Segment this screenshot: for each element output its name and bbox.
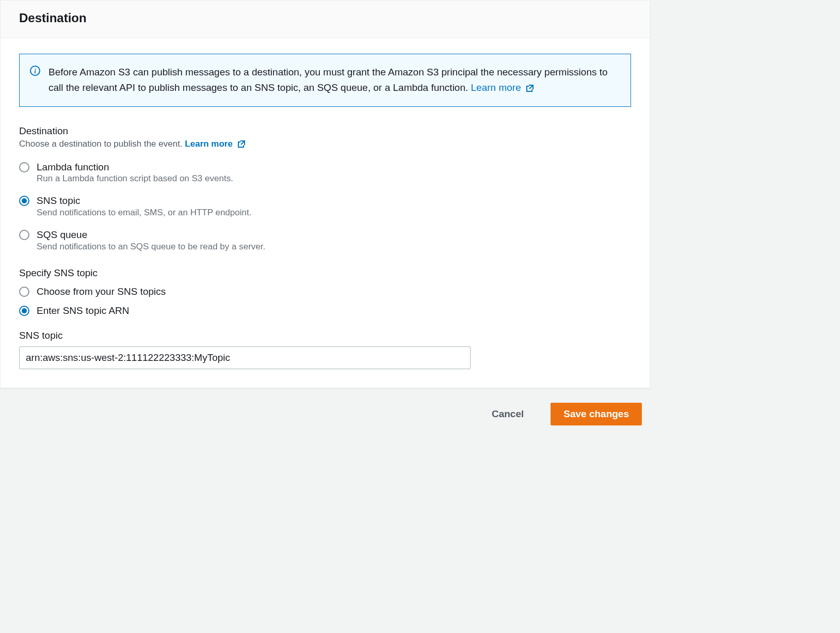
destination-radio-group: Lambda function Run a Lambda function sc…: [19, 155, 631, 257]
destination-hint-row: Choose a destination to publish the even…: [19, 139, 631, 149]
radio-desc: Send notifications to email, SMS, or an …: [37, 208, 251, 217]
radio-label: SNS topic: [37, 195, 80, 206]
radio-sqs-queue[interactable]: SQS queue Send notifications to an SQS q…: [19, 223, 631, 257]
sns-topic-arn-input[interactable]: [19, 346, 471, 369]
external-link-icon: [526, 84, 533, 91]
footer-actions: Cancel Save changes: [0, 388, 650, 430]
permissions-info-box: i Before Amazon S3 can publish messages …: [19, 54, 631, 107]
radio-label: Enter SNS topic ARN: [37, 304, 130, 318]
radio-desc: Send notifications to an SQS queue to be…: [37, 242, 265, 251]
radio-label: SQS queue: [37, 229, 87, 240]
destination-heading: Destination: [19, 125, 631, 137]
info-learn-more-link[interactable]: Learn more: [471, 82, 533, 93]
radio-icon: [19, 230, 29, 240]
radio-choose-sns-topic[interactable]: Choose from your SNS topics: [19, 282, 631, 302]
sns-topic-field: SNS topic: [19, 330, 631, 369]
radio-icon: [19, 196, 29, 206]
panel-body: i Before Amazon S3 can publish messages …: [1, 38, 650, 388]
radio-enter-sns-arn[interactable]: Enter SNS topic ARN: [19, 301, 631, 321]
panel-title: Destination: [19, 11, 631, 25]
radio-icon: [19, 306, 29, 316]
destination-panel: Destination i Before Amazon S3 can publi…: [0, 0, 650, 388]
radio-icon: [19, 287, 29, 297]
cancel-button[interactable]: Cancel: [479, 403, 536, 425]
info-icon-wrap: i: [30, 65, 40, 96]
sns-topic-label: SNS topic: [19, 330, 631, 341]
destination-section: Destination Choose a destination to publ…: [19, 125, 631, 257]
destination-learn-more-link[interactable]: Learn more: [185, 139, 244, 149]
radio-lambda-function[interactable]: Lambda function Run a Lambda function sc…: [19, 155, 631, 189]
external-link-icon: [237, 140, 245, 147]
specify-sns-heading: Specify SNS topic: [19, 267, 631, 279]
info-learn-more-label: Learn more: [471, 82, 521, 93]
info-icon: i: [30, 66, 40, 76]
radio-icon: [19, 162, 29, 172]
info-text: Before Amazon S3 can publish messages to…: [49, 65, 620, 96]
radio-label: Lambda function: [37, 162, 109, 172]
panel-header: Destination: [1, 1, 650, 38]
destination-learn-more-label: Learn more: [185, 139, 233, 149]
radio-label: Choose from your SNS topics: [37, 285, 166, 298]
specify-sns-radio-group: Choose from your SNS topics Enter SNS to…: [19, 282, 631, 321]
destination-hint: Choose a destination to publish the even…: [19, 139, 185, 149]
page-root: Destination i Before Amazon S3 can publi…: [0, 0, 650, 430]
specify-sns-section: Specify SNS topic Choose from your SNS t…: [19, 267, 631, 321]
save-changes-button[interactable]: Save changes: [551, 403, 642, 425]
radio-desc: Run a Lambda function script based on S3…: [37, 173, 233, 183]
radio-sns-topic[interactable]: SNS topic Send notifications to email, S…: [19, 189, 631, 223]
